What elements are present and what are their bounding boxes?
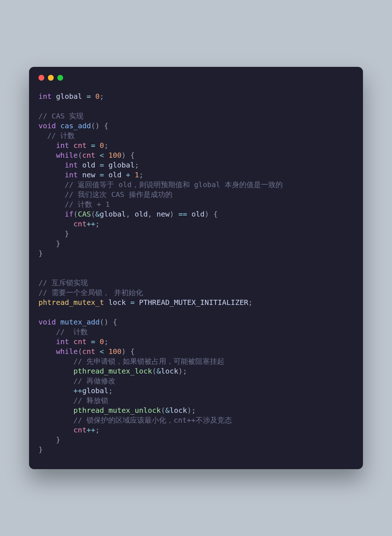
- token-punc: ;: [95, 426, 100, 434]
- token-type: phtread_mutex_t: [38, 298, 104, 307]
- token-var: [38, 161, 65, 169]
- token-cm: // 释放锁: [38, 396, 108, 405]
- token-var: new: [156, 210, 170, 218]
- token-punc: );: [187, 406, 196, 415]
- token-var: old: [192, 210, 205, 218]
- token-op: &: [165, 406, 170, 415]
- token-cm: // 锁保护的区域应该最小化，cnt++不涉及竞态: [38, 416, 232, 424]
- token-op: =: [86, 141, 95, 150]
- token-kw: int: [56, 337, 69, 346]
- token-cm: // 再做修改: [38, 376, 115, 385]
- token-punc: ,: [148, 210, 156, 218]
- code-line: while(cnt < 100) {: [38, 347, 354, 356]
- token-op: <: [95, 151, 109, 160]
- token-cm: // 计数: [38, 131, 75, 140]
- code-line: // 返回值等于 old，则说明预期值和 global 本身的值是一致的: [38, 180, 354, 190]
- token-punc: ;: [109, 386, 113, 395]
- token-punc: }: [38, 445, 43, 454]
- code-line: [38, 307, 354, 317]
- token-punc: }: [38, 249, 43, 258]
- code-line: ++global;: [38, 386, 354, 396]
- code-line: cnt++;: [38, 425, 354, 435]
- code-line: int old = global;: [38, 160, 354, 170]
- minimize-icon[interactable]: [48, 75, 54, 81]
- token-num: 100: [109, 151, 122, 160]
- token-op: ++: [73, 386, 82, 395]
- token-op: ++: [86, 219, 95, 228]
- token-var: lock: [161, 367, 178, 375]
- token-punc: }: [38, 229, 69, 238]
- code-line: // 计数: [38, 327, 354, 337]
- token-kw: while: [56, 347, 78, 356]
- token-op: =: [126, 298, 135, 307]
- token-op: ==: [174, 210, 191, 218]
- token-kw: if: [65, 210, 73, 218]
- token-punc: );: [178, 367, 187, 375]
- token-op: ++: [86, 426, 95, 434]
- token-kw: int: [38, 92, 52, 101]
- code-line: // 我们这次 CAS 操作是成功的: [38, 190, 354, 200]
- token-var: [38, 426, 73, 434]
- titlebar: [29, 67, 363, 84]
- token-call: CAS: [78, 210, 91, 218]
- close-icon[interactable]: [38, 75, 44, 81]
- token-op: =: [86, 337, 95, 346]
- token-call: pthread_mutex_unlock: [73, 406, 161, 415]
- token-kw: while: [56, 151, 78, 160]
- code-line: }: [38, 249, 354, 258]
- token-var: lock: [104, 298, 126, 307]
- code-line: int cnt = 0;: [38, 337, 354, 347]
- token-var: [38, 210, 65, 218]
- code-line: pthread_mutex_unlock(&lock);: [38, 406, 354, 415]
- token-op: =: [95, 161, 104, 169]
- token-punc: }: [38, 435, 60, 444]
- token-fn: cas_add: [56, 121, 91, 130]
- token-var: [38, 151, 56, 160]
- token-kw: int: [65, 161, 78, 169]
- token-var: [38, 367, 73, 375]
- token-num: 100: [109, 347, 122, 356]
- code-line: // 需要一个全局锁， 并初始化: [38, 288, 354, 298]
- token-var: PTHREAD_MUTEX_INITIALIZER: [135, 298, 248, 307]
- code-line: if(CAS(&global, old, new) == old) {: [38, 209, 354, 219]
- token-num: 0: [95, 141, 104, 150]
- token-ident: cnt: [82, 347, 95, 356]
- token-punc: ;: [139, 170, 143, 179]
- token-ident: cnt: [82, 151, 95, 160]
- token-var: [38, 170, 65, 179]
- code-line: }: [38, 239, 354, 249]
- code-line: }: [38, 435, 354, 445]
- token-kw: int: [56, 141, 69, 150]
- token-punc: (: [78, 347, 82, 356]
- token-punc: ;: [100, 92, 104, 101]
- token-punc: () {: [91, 121, 109, 130]
- token-kw: void: [38, 318, 56, 326]
- token-punc: (: [152, 367, 156, 375]
- token-punc: (: [73, 210, 78, 218]
- token-punc: ;: [248, 298, 253, 307]
- token-var: global: [104, 161, 135, 169]
- code-block: int global = 0; // CAS 实现void cas_add() …: [29, 84, 363, 455]
- code-line: // 再做修改: [38, 376, 354, 386]
- token-var: [38, 219, 73, 228]
- token-var: [38, 141, 56, 150]
- code-line: // 互斥锁实现: [38, 278, 354, 288]
- token-kw: int: [65, 170, 78, 179]
- code-line: cnt++;: [38, 219, 354, 229]
- token-cm: // 需要一个全局锁， 并初始化: [38, 288, 143, 297]
- token-ident: cnt: [73, 426, 86, 434]
- token-cm: // 互斥锁实现: [38, 278, 88, 287]
- token-punc: () {: [100, 318, 117, 326]
- token-punc: (: [91, 210, 95, 218]
- token-op: <: [95, 347, 109, 356]
- code-line: void cas_add() {: [38, 121, 354, 131]
- maximize-icon[interactable]: [57, 75, 63, 81]
- token-var: global: [52, 92, 82, 101]
- token-var: old: [104, 170, 122, 179]
- token-op: =: [95, 170, 104, 179]
- code-line: phtread_mutex_t lock = PTHREAD_MUTEX_INI…: [38, 298, 354, 307]
- token-punc: ,: [126, 210, 135, 218]
- token-var: old: [78, 161, 95, 169]
- token-punc: ;: [104, 337, 109, 346]
- code-line: [38, 101, 354, 111]
